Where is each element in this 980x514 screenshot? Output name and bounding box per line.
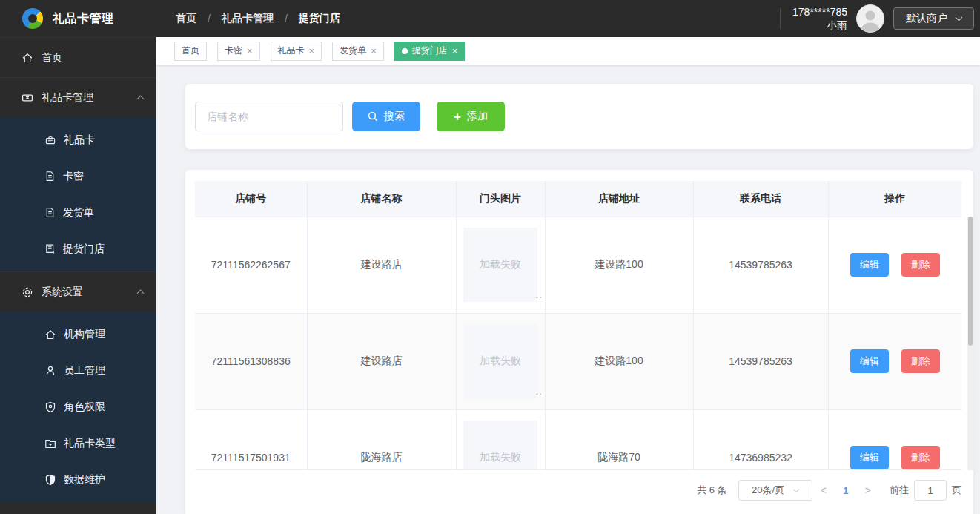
sidebar-item-label: 员工管理 [64, 364, 105, 378]
ticket-icon [21, 92, 33, 104]
active-tab-dot-icon [402, 48, 408, 54]
cell-storefront-image: 加载失败 .. [456, 313, 545, 409]
edit-button[interactable]: 编辑 [850, 446, 889, 469]
tab-pickup-store-active[interactable]: 提货门店 × [394, 42, 466, 61]
pagination: 共 6 条 20条/页 < 1 > 前往 页 [195, 480, 967, 501]
search-icon [368, 111, 378, 122]
page-size-select[interactable]: 20条/页 [738, 480, 812, 501]
close-icon[interactable]: × [452, 46, 458, 56]
sidebar-group-system-settings[interactable]: 系统设置 [0, 271, 156, 312]
gift-sign-icon [44, 134, 56, 146]
image-overflow-dots: .. [536, 290, 543, 300]
store-icon [44, 243, 56, 254]
edit-button[interactable]: 编辑 [850, 349, 889, 373]
col-header-shop-name: 店铺名称 [307, 181, 456, 217]
close-icon[interactable]: × [309, 46, 315, 56]
sidebar-item-home[interactable]: 首页 [0, 37, 156, 77]
delete-button[interactable]: 删除 [901, 349, 940, 373]
sidebar-item-data-maintenance[interactable]: 数据维护 [0, 461, 156, 498]
sidebar-item-label: 提货门店 [63, 243, 105, 256]
sidebar-group-giftcard-mgmt[interactable]: 礼品卡管理 [0, 77, 156, 117]
table-scroll-area[interactable]: 店铺号 店铺名称 门头图片 店铺地址 联系电话 操作 7211156226256… [195, 181, 961, 470]
cell-shop-name: 建设路店 [307, 217, 456, 313]
add-button-label: 添加 [467, 110, 488, 123]
cell-shop-name: 建设路店 [307, 313, 456, 409]
topbar-right: 178*****785 小雨 默认商户 [780, 4, 980, 33]
cell-storefront-image: 加载失败 .. [456, 217, 545, 313]
breadcrumb-current: 提货门店 [299, 12, 340, 25]
tab-label: 提货门店 [412, 45, 448, 57]
goto-label: 前往 [890, 484, 909, 497]
col-header-storefront-image: 门头图片 [456, 181, 545, 217]
sidebar-item-pickup-store[interactable]: 提货门店 [0, 231, 156, 267]
user-icon [44, 365, 56, 377]
goto-page-input[interactable] [914, 480, 947, 501]
search-toolbar: 搜索 + 添加 [185, 84, 973, 149]
add-button[interactable]: + 添加 [437, 102, 505, 131]
cell-phone: 14736985232 [693, 409, 828, 470]
cell-storefront-image: 加载失败 .. [456, 409, 545, 470]
sidebar-item-label: 机构管理 [64, 328, 105, 341]
close-icon[interactable]: × [247, 46, 253, 56]
sidebar-item-shipment[interactable]: 发货单 [0, 194, 156, 231]
page-size-value: 20条/页 [752, 484, 784, 497]
breadcrumb: 首页 / 礼品卡管理 / 提货门店 [176, 12, 340, 25]
broken-image-placeholder: 加载失败 [463, 421, 537, 470]
breadcrumb-home[interactable]: 首页 [176, 12, 196, 25]
table-header-row: 店铺号 店铺名称 门头图片 店铺地址 联系电话 操作 [195, 181, 961, 217]
cell-address: 建设路100 [545, 313, 693, 409]
breadcrumb-giftcard-mgmt[interactable]: 礼品卡管理 [222, 12, 274, 25]
document-icon [44, 207, 56, 218]
avatar[interactable] [856, 4, 884, 33]
col-header-actions: 操作 [828, 181, 961, 217]
prev-page-button[interactable]: < [821, 484, 827, 496]
sidebar-item-staff-mgmt[interactable]: 员工管理 [0, 352, 156, 389]
merchant-select-button[interactable]: 默认商户 [893, 7, 974, 30]
caret-up-icon [137, 290, 145, 297]
shop-name-input[interactable] [195, 102, 343, 131]
plus-icon: + [454, 111, 461, 123]
sidebar-item-card-secret[interactable]: 卡密 [0, 158, 156, 194]
store-table: 店铺号 店铺名称 门头图片 店铺地址 联系电话 操作 7211156226256… [195, 181, 961, 470]
cell-actions: 编辑 删除 [828, 409, 961, 470]
next-page-button[interactable]: > [865, 484, 871, 496]
cell-phone: 14539785263 [693, 217, 828, 313]
topbar-divider [780, 8, 781, 29]
cell-shop-name: 陇海路店 [307, 409, 456, 470]
table-row: 72111562262567 建设路店 加载失败 .. 建设路100 14539… [195, 217, 961, 313]
home-icon [21, 52, 33, 64]
sidebar-item-giftcard[interactable]: 礼品卡 [0, 122, 156, 158]
sidebar-item-org-mgmt[interactable]: 机构管理 [0, 316, 156, 352]
edit-button[interactable]: 编辑 [850, 253, 889, 277]
sidebar-item-giftcard-type[interactable]: 礼品卡类型 [0, 425, 156, 461]
cell-address: 建设路100 [545, 217, 693, 313]
cell-shop-id: 72111561308836 [195, 313, 307, 409]
app-logo-icon [22, 8, 43, 29]
delete-button[interactable]: 删除 [901, 253, 940, 277]
delete-button[interactable]: 删除 [901, 446, 940, 469]
cell-shop-id: 72111562262567 [195, 217, 307, 313]
sidebar-submenu-settings: 机构管理 员工管理 角色权限 礼品卡类型 [0, 312, 156, 502]
sidebar-item-label: 数据维护 [64, 473, 105, 487]
table-row: 72111517501931 陇海路店 加载失败 .. 陇海路70 147369… [195, 409, 961, 470]
tab-home[interactable]: 首页 [174, 42, 207, 61]
user-name: 小雨 [792, 19, 847, 32]
main-area: 首页 卡密 × 礼品卡 × 发货单 × 提货门店 × [156, 37, 980, 514]
current-page-number[interactable]: 1 [839, 485, 852, 496]
gear-icon [21, 286, 33, 298]
table-scrollbar-thumb[interactable] [968, 217, 973, 346]
tab-label: 首页 [182, 45, 199, 57]
sidebar-item-role-permission[interactable]: 角色权限 [0, 389, 156, 425]
sidebar-item-label: 礼品卡 [64, 134, 95, 147]
user-info: 178*****785 小雨 [792, 5, 847, 32]
search-button[interactable]: 搜索 [352, 102, 420, 131]
tab-shipment[interactable]: 发货单 × [332, 42, 384, 61]
tab-giftcard[interactable]: 礼品卡 × [271, 42, 322, 61]
building-icon [44, 329, 56, 340]
tab-label: 卡密 [225, 45, 242, 57]
table-scrollbar-track[interactable] [967, 217, 973, 470]
pagination-total: 共 6 条 [697, 484, 726, 497]
tab-card-secret[interactable]: 卡密 × [217, 42, 260, 61]
sidebar-group-label: 礼品卡管理 [42, 91, 93, 105]
close-icon[interactable]: × [371, 46, 377, 56]
